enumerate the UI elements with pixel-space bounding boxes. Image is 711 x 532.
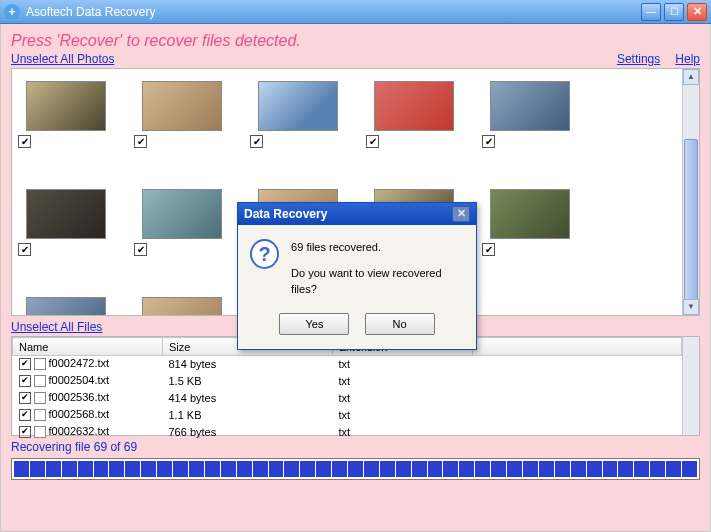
photo-checkbox[interactable] [482, 135, 495, 148]
photo-thumb[interactable] [250, 79, 340, 169]
topbar: Unselect All Photos Settings Help [11, 52, 700, 66]
file-size: 414 bytes [163, 390, 333, 407]
file-checkbox[interactable] [19, 392, 31, 404]
scroll-down-icon[interactable]: ▼ [683, 299, 699, 315]
thumbnail-image [26, 189, 106, 239]
help-link[interactable]: Help [675, 52, 700, 66]
dialog-close-button[interactable]: ✕ [452, 206, 470, 222]
table-row[interactable]: f0002504.txt1.5 KBtxt [13, 373, 682, 390]
unselect-all-photos-link[interactable]: Unselect All Photos [11, 52, 114, 66]
progress-bar [11, 458, 700, 480]
file-size: 1.1 KB [163, 407, 333, 424]
photo-checkbox[interactable] [482, 243, 495, 256]
photo-checkbox[interactable] [18, 243, 31, 256]
table-row[interactable]: f0002632.txt766 bytestxt [13, 424, 682, 441]
scroll-thumb[interactable] [684, 139, 698, 309]
photo-checkbox[interactable] [134, 243, 147, 256]
question-icon: ? [250, 239, 279, 269]
instruction-text: Press 'Recover' to recover files detecte… [11, 28, 700, 52]
close-button[interactable]: ✕ [687, 3, 707, 21]
thumbnail-image [26, 81, 106, 131]
unselect-all-files-link[interactable]: Unselect All Files [11, 320, 102, 334]
file-name: f0002504.txt [49, 373, 110, 388]
yes-button[interactable]: Yes [279, 313, 349, 335]
photo-checkbox[interactable] [250, 135, 263, 148]
photo-thumb[interactable] [482, 187, 572, 277]
file-name: f0002536.txt [49, 390, 110, 405]
photo-scrollbar[interactable]: ▲ ▼ [682, 69, 699, 315]
photo-thumb[interactable] [134, 295, 224, 315]
table-row[interactable]: f0002568.txt1.1 KBtxt [13, 407, 682, 424]
file-name: f0002632.txt [49, 424, 110, 439]
minimize-button[interactable]: — [641, 3, 661, 21]
photo-checkbox[interactable] [366, 135, 379, 148]
thumbnail-image [490, 81, 570, 131]
file-ext: txt [333, 373, 473, 390]
thumbnail-image [258, 81, 338, 131]
col-name[interactable]: Name [13, 338, 163, 356]
window-title: Asoftech Data Recovery [26, 5, 641, 19]
file-checkbox[interactable] [19, 426, 31, 438]
file-ext: txt [333, 407, 473, 424]
file-icon [34, 392, 46, 404]
thumbnail-image [26, 297, 106, 315]
file-ext: txt [333, 424, 473, 441]
file-checkbox[interactable] [19, 409, 31, 421]
photo-thumb[interactable] [366, 79, 456, 169]
dialog-titlebar: Data Recovery ✕ [238, 203, 476, 225]
file-ext: txt [333, 390, 473, 407]
photo-checkbox[interactable] [18, 135, 31, 148]
photo-thumb[interactable] [18, 295, 108, 315]
dialog-title: Data Recovery [244, 207, 327, 221]
settings-link[interactable]: Settings [617, 52, 660, 66]
photo-thumb[interactable] [134, 187, 224, 277]
table-row[interactable]: f0002536.txt414 bytestxt [13, 390, 682, 407]
maximize-button[interactable]: ☐ [664, 3, 684, 21]
thumbnail-image [142, 81, 222, 131]
photo-thumb[interactable] [482, 79, 572, 169]
file-name: f0002472.txt [49, 356, 110, 371]
thumbnail-image [374, 81, 454, 131]
file-icon [34, 358, 46, 370]
file-icon [34, 409, 46, 421]
files-scrollbar[interactable] [682, 337, 699, 435]
scroll-up-icon[interactable]: ▲ [683, 69, 699, 85]
file-recovery-panel: Name Size Extension f0002472.txt814 byte… [11, 336, 700, 436]
photo-thumb[interactable] [18, 187, 108, 277]
file-name: f0002568.txt [49, 407, 110, 422]
file-size: 814 bytes [163, 356, 333, 374]
recovery-dialog: Data Recovery ✕ ? 69 files recovered. Do… [237, 202, 477, 350]
col-empty[interactable] [473, 338, 682, 356]
dialog-line2: Do you want to view recovered files? [291, 265, 464, 297]
window-buttons: — ☐ ✕ [641, 3, 707, 21]
file-icon [34, 375, 46, 387]
files-table: Name Size Extension f0002472.txt814 byte… [12, 337, 682, 441]
photo-checkbox[interactable] [134, 135, 147, 148]
main-panel: Press 'Recover' to recover files detecte… [0, 24, 711, 532]
dialog-text: 69 files recovered. Do you want to view … [291, 239, 464, 297]
app-logo-icon: + [4, 4, 20, 20]
no-button[interactable]: No [365, 313, 435, 335]
file-size: 1.5 KB [163, 373, 333, 390]
file-size: 766 bytes [163, 424, 333, 441]
table-row[interactable]: f0002472.txt814 bytestxt [13, 356, 682, 374]
dialog-line1: 69 files recovered. [291, 239, 464, 255]
thumbnail-image [142, 189, 222, 239]
thumbnail-image [490, 189, 570, 239]
photo-thumb[interactable] [134, 79, 224, 169]
thumbnail-image [142, 297, 222, 315]
photo-thumb[interactable] [18, 79, 108, 169]
file-icon [34, 426, 46, 438]
file-checkbox[interactable] [19, 358, 31, 370]
file-checkbox[interactable] [19, 375, 31, 387]
file-ext: txt [333, 356, 473, 374]
titlebar: + Asoftech Data Recovery — ☐ ✕ [0, 0, 711, 24]
